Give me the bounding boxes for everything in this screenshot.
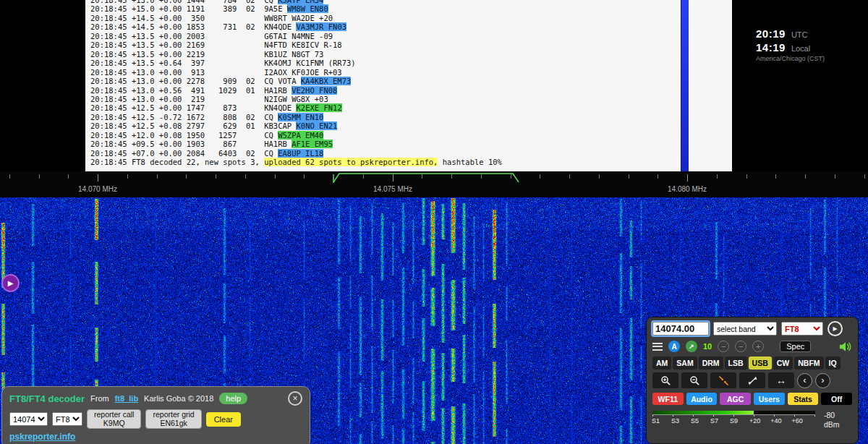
panel-button-audio[interactable]: Audio	[686, 393, 718, 405]
s-meter-value: -80	[824, 411, 840, 420]
scale-tick	[304, 174, 305, 179]
scale-tick-major	[687, 174, 688, 182]
s-meter-tick-label: S1	[652, 417, 660, 424]
mode-button-cw[interactable]: CW	[773, 357, 793, 370]
s-meter-bar	[652, 411, 815, 414]
wf-min-decrease-button[interactable]: −	[718, 341, 729, 352]
frequency-scale[interactable]: 14.070 MHz14.075 MHz14.080 MHz	[0, 171, 868, 197]
log-text: 20:18:45 +13.0 +0.00 2278 909 02 CQ VOTA	[90, 77, 301, 85]
log-scrollbar-thumb[interactable]	[681, 0, 689, 171]
extension-select[interactable]: FT8	[781, 322, 823, 336]
panel-button-agc[interactable]: AGC	[720, 393, 751, 405]
zoom-full-span-button[interactable]: ↔	[768, 372, 794, 388]
log-text: 20:18:45 +12.5 +0.00 1747 873 KN4QDE	[90, 103, 296, 112]
ft8-lib-link[interactable]: ft8_lib	[115, 394, 138, 403]
mode-button-row: AMSAMDRMLSBUSBCWNBFMIQ	[652, 357, 852, 370]
decoder-output-panel: 20:18:45 +13.0 +0.00 1444 784 02 CQ K5AT…	[85, 0, 732, 171]
mode-button-am[interactable]: AM	[652, 357, 671, 370]
log-line: 20:18:45 +13.0 +0.00 219 N2IGW WG8X +03	[90, 95, 502, 103]
audio-play-button[interactable]: ▶	[827, 321, 843, 336]
help-button[interactable]: help	[219, 393, 247, 404]
clear-button[interactable]: Clear	[206, 412, 241, 427]
scale-tick	[775, 174, 776, 179]
aperture-adjust-button[interactable]: ↗	[686, 341, 697, 352]
log-highlight: uploaded 62 spots to pskreporter.info,	[264, 158, 438, 166]
panel-button-off[interactable]: Off	[821, 393, 852, 405]
log-text: 20:18:45 +15.0 +0.00 1191 389 02 9A5E	[90, 4, 287, 13]
band-select[interactable]: select band	[713, 322, 777, 336]
zoom-out-button[interactable]	[681, 372, 707, 388]
scale-tick	[717, 174, 718, 179]
scale-label: 14.070 MHz	[78, 185, 117, 193]
kiwisdr-app: 20:18:45 +13.0 +0.00 1444 784 02 CQ K5AT…	[0, 0, 868, 444]
ft8-frequency-select[interactable]: 14074	[9, 412, 48, 426]
pskreporter-link[interactable]: pskreporter.info	[9, 432, 75, 442]
page-right-button[interactable]: ›	[815, 373, 830, 388]
panel-button-users[interactable]: Users	[754, 393, 785, 405]
mode-button-usb[interactable]: USB	[749, 357, 772, 370]
spectrum-toggle-button[interactable]: Spec	[780, 341, 811, 352]
log-text: 20:18:45 +12.5 +0.08 2797 629 01 KB3CAP	[90, 121, 296, 130]
log-text: 20:18:45 +07.0 +0.00 2084 6403 02 CQ	[90, 149, 278, 158]
mode-button-sam[interactable]: SAM	[673, 357, 697, 370]
page-left-button[interactable]: ‹	[797, 373, 812, 388]
log-line: 20:18:45 +13.0 +0.00 913 I2AOX KF0JOE R+…	[90, 68, 502, 77]
scale-tick	[569, 174, 570, 179]
log-text: 20:18:45 +13.5 +0.64 397 KK4OMJ KC1FNM (…	[90, 59, 356, 67]
scale-tick	[805, 174, 806, 179]
log-text: 20:18:45 +12.5 -0.72 1672 808 02 CQ	[90, 113, 278, 121]
waterfall-play-button[interactable]: ▶	[1, 274, 20, 292]
scale-tick	[216, 174, 216, 179]
zoom-max-button[interactable]	[739, 372, 765, 388]
ft8-mode-select[interactable]: FT8	[52, 412, 82, 426]
mode-button-nbfm[interactable]: NBFM	[794, 357, 823, 370]
log-line: 20:18:45 +12.5 +0.08 2797 629 01 KB3CAP …	[90, 121, 502, 130]
reporter-grid-value: EN61gk	[160, 419, 187, 427]
log-text: 20:18:45 +13.0 +0.00 913 I2AOX KF0JOE R+…	[90, 68, 342, 77]
scale-label: 14.080 MHz	[668, 185, 707, 193]
zoom-in-button[interactable]	[652, 372, 678, 388]
mode-button-iq[interactable]: IQ	[825, 357, 841, 370]
scale-tick	[835, 174, 835, 179]
panel-button-wf11[interactable]: WF11	[652, 393, 684, 405]
log-text: 20:18:45 +13.0 +0.00 1444 784 02 CQ	[90, 0, 278, 4]
timezone-label: America/Chicago (CST)	[756, 55, 864, 62]
log-line: 20:18:45 +12.5 +0.00 1747 873 KN4QDE K2E…	[90, 103, 502, 112]
mode-button-lsb[interactable]: LSB	[725, 357, 747, 370]
s-meter-tick-label: S7	[710, 417, 718, 424]
log-line: 20:18:45 +13.5 +0.64 397 KK4OMJ KC1FNM (…	[90, 59, 502, 67]
s-meter-tick-label: S3	[671, 417, 679, 424]
log-text: 20:18:45 +13.5 +0.00 2219 KB1UZ N8GT 73	[90, 50, 323, 59]
aperture-auto-button[interactable]: A	[668, 341, 680, 352]
close-icon[interactable]: ×	[288, 391, 302, 406]
passband-indicator[interactable]	[331, 172, 521, 184]
scale-tick	[746, 174, 747, 179]
panel-button-row: WF11AudioAGCUsersStatsOff	[652, 393, 852, 405]
play-icon: ▶	[833, 325, 837, 332]
scale-tick	[511, 174, 511, 179]
reporter-call-button[interactable]: reporter call K9MQ	[87, 409, 141, 429]
s-meter: S1S3S5S7S9+20+40+60	[652, 411, 815, 424]
receiver-control-panel: select band FT8 ▶ A ↗ 10 − − + Spec	[646, 317, 859, 444]
zoom-level-indicator: 10	[703, 342, 712, 351]
mode-button-drm[interactable]: DRM	[699, 357, 723, 370]
zoom-to-band-button[interactable]	[710, 372, 736, 388]
menu-icon[interactable]	[652, 343, 663, 351]
reporter-grid-button[interactable]: reporter grid EN61gk	[145, 409, 201, 429]
log-text: 20:18:45 +14.5 +0.00 350 WW8RT WA2DE +20	[90, 14, 333, 22]
s-meter-unit: dBm	[824, 420, 840, 430]
s-meter-tick-label: +20	[749, 417, 760, 424]
panel-button-stats[interactable]: Stats	[788, 393, 819, 405]
speaker-icon[interactable]	[839, 341, 852, 352]
log-line: 20:18:45 FT8 decoded 22, new spots 3, up…	[90, 158, 502, 166]
frequency-input[interactable]	[652, 322, 709, 336]
s-meter-tick-label: +40	[770, 417, 781, 424]
wf-max-increase-button[interactable]: +	[752, 341, 764, 352]
log-text: 20:18:45 FT8 decoded 22, new spots 3,	[90, 158, 264, 166]
scale-tick	[422, 174, 422, 179]
log-highlight: VA3MJR FN03	[296, 22, 346, 31]
log-text: 20:18:45 +14.5 +0.00 1853 731 02 KN4QDE	[90, 22, 296, 31]
wf-max-decrease-button[interactable]: −	[735, 341, 746, 352]
log-line: 20:18:45 +13.5 +0.00 2219 KB1UZ N8GT 73	[90, 50, 502, 59]
log-line: 20:18:45 +14.5 +0.00 350 WW8RT WA2DE +20	[90, 14, 502, 22]
